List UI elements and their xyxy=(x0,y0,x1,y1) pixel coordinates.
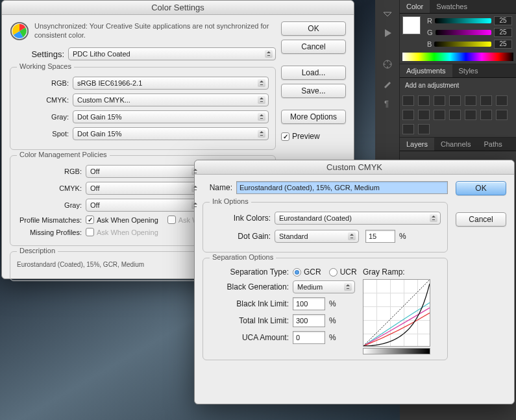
adj-icon[interactable] xyxy=(480,95,492,106)
gcr-radio-label: GCR xyxy=(304,267,321,277)
ask-open-missing-text: Ask When Opening xyxy=(97,229,158,236)
collapse-icon[interactable] xyxy=(380,6,395,21)
black-gen-popup[interactable]: Medium xyxy=(293,280,355,293)
black-limit-input[interactable]: 100 xyxy=(293,297,325,310)
more-options-button[interactable]: More Options xyxy=(281,110,346,124)
cancel-button[interactable]: Cancel xyxy=(281,40,346,54)
preview-checkbox[interactable] xyxy=(281,132,289,141)
ws-cmyk-label: CMYK: xyxy=(17,96,73,104)
tab-adjustments[interactable]: Adjustments xyxy=(400,64,452,77)
value-b[interactable]: 25 xyxy=(494,40,512,49)
brush-icon[interactable] xyxy=(380,77,395,91)
save-button[interactable]: Save... xyxy=(281,84,346,98)
policies-legend: Color Management Policies xyxy=(17,151,110,158)
hue-strip[interactable] xyxy=(402,53,513,61)
warning-text: Unsynchronized: Your Creative Suite appl… xyxy=(34,21,276,40)
adj-icon[interactable] xyxy=(465,95,476,106)
uca-input[interactable]: 0 xyxy=(293,331,325,344)
ask-open-mismatch-checkbox[interactable] xyxy=(86,216,94,224)
play-icon[interactable] xyxy=(380,26,395,40)
ws-gray-popup[interactable]: Dot Gain 15% xyxy=(73,110,269,123)
description-legend: Description xyxy=(17,247,58,254)
cmyk-ok-button[interactable]: OK xyxy=(456,181,506,195)
uca-label: UCA Amount: xyxy=(210,333,293,342)
ok-button[interactable]: OK xyxy=(281,21,346,36)
ucr-radio[interactable] xyxy=(329,268,338,277)
custom-cmyk-title: Custom CMYK xyxy=(195,160,514,175)
load-button[interactable]: Load... xyxy=(281,66,346,80)
pol-rgb-popup[interactable]: Off xyxy=(86,165,203,178)
svg-text:¶: ¶ xyxy=(384,99,389,108)
pol-cmyk-popup[interactable]: Off xyxy=(86,182,203,195)
ink-colors-popup[interactable]: Eurostandard (Coated) xyxy=(275,212,441,225)
adj-icon[interactable] xyxy=(434,110,445,120)
tool-strip: ¶ xyxy=(375,0,400,162)
svg-marker-0 xyxy=(385,29,391,37)
adj-icon[interactable] xyxy=(418,124,430,134)
adj-icon[interactable] xyxy=(434,95,445,106)
tab-swatches[interactable]: Swatches xyxy=(430,0,474,13)
value-g[interactable]: 25 xyxy=(494,28,512,37)
adj-icon[interactable] xyxy=(402,95,414,106)
ask-open-missing-checkbox[interactable] xyxy=(86,228,94,236)
separation-group: Separation Options Separation Type: GCR … xyxy=(203,258,448,360)
tab-layers[interactable]: Layers xyxy=(400,138,434,151)
total-limit-input[interactable]: 300 xyxy=(293,314,325,327)
adj-icon[interactable] xyxy=(402,124,414,134)
dot-gain-label: Dot Gain: xyxy=(210,232,275,241)
value-r[interactable]: 25 xyxy=(494,16,512,25)
ws-spot-popup[interactable]: Dot Gain 15% xyxy=(73,127,269,140)
ws-cmyk-popup[interactable]: Custom CMYK... xyxy=(73,93,269,106)
pol-cmyk-label: CMYK: xyxy=(17,184,86,192)
dot-gain-popup[interactable]: Standard xyxy=(275,230,359,243)
cmyk-cancel-button[interactable]: Cancel xyxy=(456,212,506,227)
black-limit-label: Black Ink Limit: xyxy=(210,299,293,308)
adj-icon[interactable] xyxy=(418,110,430,120)
dot-gain-unit: % xyxy=(395,232,406,241)
adj-icon[interactable] xyxy=(449,110,461,120)
settings-popup[interactable]: PDC Litho Coated xyxy=(68,47,276,60)
adj-icon[interactable] xyxy=(402,110,414,120)
tab-styles[interactable]: Styles xyxy=(452,64,485,77)
adj-icon[interactable] xyxy=(418,95,430,106)
panel-tabs-color: Color Swatches xyxy=(400,0,516,14)
tab-channels[interactable]: Channels xyxy=(434,138,477,151)
name-input[interactable]: Eurostandard (Coated), 15%, GCR, Medium xyxy=(236,181,448,194)
ucr-radio-label: UCR xyxy=(340,267,357,277)
ink-colors-label: Ink Colors: xyxy=(210,214,275,223)
panel-tabs-layers: Layers Channels Paths xyxy=(400,138,516,151)
sep-type-label: Separation Type: xyxy=(210,267,293,277)
channel-label-g: G xyxy=(427,29,433,36)
gray-ramp-label: Gray Ramp: xyxy=(363,267,441,277)
pol-gray-popup[interactable]: Off xyxy=(86,199,203,212)
adj-icon[interactable] xyxy=(496,95,508,106)
channel-label-b: B xyxy=(427,40,432,48)
black-gen-label: Black Generation: xyxy=(210,282,293,291)
preview-label: Preview xyxy=(292,132,320,141)
ws-gray-label: Gray: xyxy=(17,113,73,121)
slider-g[interactable] xyxy=(436,30,491,35)
foreground-swatch[interactable] xyxy=(402,16,421,34)
text-icon[interactable]: ¶ xyxy=(380,96,395,110)
gcr-radio[interactable] xyxy=(293,268,301,277)
gray-ramp-chart xyxy=(363,279,430,347)
slider-r[interactable] xyxy=(435,18,491,23)
adj-icon[interactable] xyxy=(480,110,492,120)
adj-icon[interactable] xyxy=(496,110,508,120)
dot-gain-input[interactable]: 15 xyxy=(365,230,395,243)
working-spaces-legend: Working Spaces xyxy=(17,62,74,70)
name-label: Name: xyxy=(203,183,236,192)
tab-paths[interactable]: Paths xyxy=(478,138,509,151)
tab-color[interactable]: Color xyxy=(400,0,430,13)
missing-label: Missing Profiles: xyxy=(17,229,86,236)
slider-b[interactable] xyxy=(434,42,491,47)
ws-spot-label: Spot: xyxy=(17,130,73,138)
panel-tabs-adjust: Adjustments Styles xyxy=(400,64,516,78)
working-spaces-group: Working Spaces RGB:sRGB IEC61966-2.1 CMY… xyxy=(10,67,276,150)
compass-icon[interactable] xyxy=(380,57,395,71)
color-settings-title: Color Settings xyxy=(2,1,354,15)
adj-icon[interactable] xyxy=(465,110,476,120)
ask-paste-mismatch-checkbox[interactable] xyxy=(167,216,176,224)
adj-icon[interactable] xyxy=(449,95,461,106)
ws-rgb-popup[interactable]: sRGB IEC61966-2.1 xyxy=(73,77,269,90)
